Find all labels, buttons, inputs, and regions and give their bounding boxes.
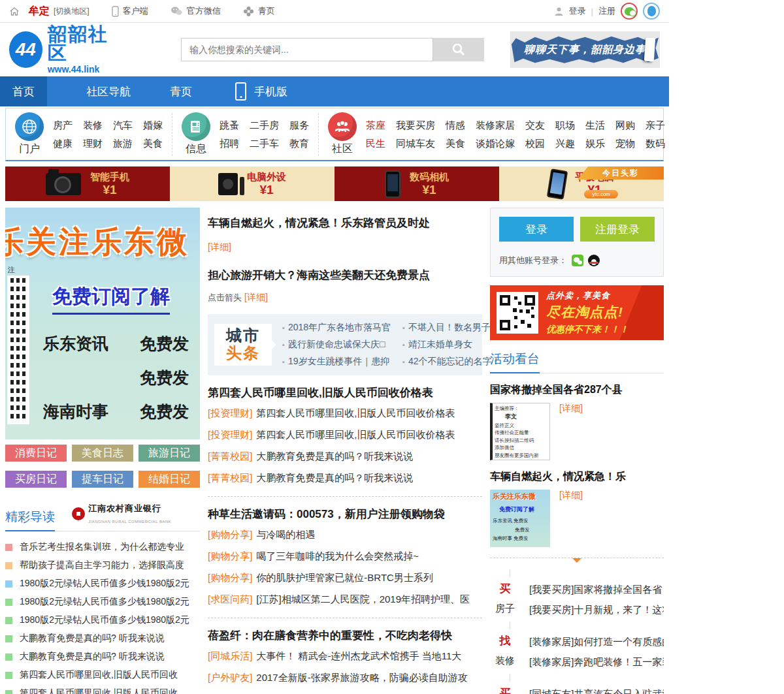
section-title-link[interactable]: 蓓盈纤：肉在膳食营养中的重要性，不吃肉老得快 <box>208 628 482 643</box>
diary-button[interactable]: 结婚日记 <box>139 471 200 488</box>
list-item[interactable]: 大鹏教育免费是真的吗? 听我来说说 <box>5 629 200 648</box>
post-link[interactable]: [装修家居]如何打造一个有质感的 <box>529 631 664 652</box>
cat-link[interactable]: 旅游 <box>113 135 133 152</box>
cat-link[interactable]: 健康 <box>53 135 73 152</box>
cat-link[interactable]: 房产 <box>53 117 73 134</box>
list-item[interactable]: 大鹏教育免费是真的吗? 听我来说说 <box>5 648 200 666</box>
cat-link[interactable]: 茶座 <box>366 117 385 134</box>
site-logo[interactable]: 44 韶韶社区 www.44.link <box>9 25 121 74</box>
ad-smartphone[interactable]: 智能手机¥1 <box>5 166 170 201</box>
nav-community[interactable]: 社区导航 <box>86 84 131 99</box>
post-link[interactable]: [菁菁校园]大鹏教育免费是真的吗？听我来说说 <box>208 445 482 467</box>
cat-link[interactable]: 生活 <box>585 117 605 134</box>
post-link[interactable]: [装修家居]奔跑吧装修！五一家装 <box>529 652 664 672</box>
post-link[interactable]: [购物分享]你的肌肤护理管家已就位-BRTC男士系列 <box>208 567 482 588</box>
cat-link[interactable]: 服务 <box>289 117 309 134</box>
register-login-button[interactable]: 注册登录 <box>580 217 655 242</box>
cat-link[interactable]: 兴趣 <box>555 135 575 152</box>
cat-link[interactable]: 教育 <box>289 135 309 152</box>
cat-link[interactable]: 我要买房 <box>396 117 435 134</box>
post-link[interactable]: [户外驴友]2017全新版-张家界旅游攻略，防骗必读自助游攻 <box>208 667 482 688</box>
list-item[interactable]: 第四套人民币哪里回收,旧版人民币回收 <box>5 666 200 684</box>
detail-link[interactable]: [详细] <box>244 292 268 302</box>
post-link[interactable]: [投资理财]第四套人民币哪里回收,旧版人民币回收价格表 <box>208 424 482 445</box>
cat-link[interactable]: 情感 <box>446 117 465 134</box>
login-link[interactable]: 登录 <box>569 5 586 17</box>
list-item[interactable]: 1980版2元绿钻人民币值多少钱1980版2元 <box>5 575 200 593</box>
headline-bullet-link[interactable]: 19岁女生跳楼事件｜患抑 <box>282 353 391 370</box>
cat-link[interactable]: 娱乐 <box>585 135 605 152</box>
wechat-login-icon[interactable] <box>572 255 583 266</box>
post-link[interactable]: [购物分享]与冷喝的相遇 <box>208 524 482 545</box>
search-input[interactable] <box>181 38 433 61</box>
nav-mobile-version[interactable]: 手机版 <box>235 82 287 101</box>
post-link[interactable]: [我要买房]国家将撤掉全国各省 <box>529 579 664 599</box>
ad-digital-camera[interactable]: 数码相机¥1 <box>335 166 499 201</box>
collapse-arrow-icon[interactable] <box>572 558 581 567</box>
activity-article-link[interactable]: 车辆自燃起火，情况紧急！乐 <box>490 470 664 484</box>
activity-article-link[interactable]: 国家将撤掉全国各省287个县 <box>490 383 664 397</box>
cat-link[interactable]: 二手车 <box>250 135 279 152</box>
diary-button[interactable]: 美食日志 <box>72 445 133 462</box>
category-community-label[interactable]: 社区 <box>332 142 353 156</box>
post-link[interactable]: [同城车友]共享汽车今日入驻武汉 <box>529 684 664 694</box>
news-icon[interactable] <box>182 112 210 141</box>
cat-link[interactable]: 装修 <box>83 117 103 134</box>
cat-link[interactable]: 职场 <box>555 117 575 134</box>
switch-region-link[interactable]: [切换地区] <box>54 6 90 17</box>
cat-link[interactable]: 数码 <box>645 135 665 152</box>
category-portal-label[interactable]: 门户 <box>19 142 40 156</box>
login-button[interactable]: 登录 <box>499 217 574 242</box>
post-link[interactable]: [同城乐活]大事件！ 精武会-连州杰龙武术馆携手 当地11大 <box>208 645 482 667</box>
cat-link[interactable]: 装修家居 <box>476 117 515 134</box>
post-link[interactable]: [求医问药][江苏]相城区第二人民医院，2019年招聘护理、医 <box>208 588 482 610</box>
qq-login-icon[interactable] <box>643 3 660 20</box>
category-info-label[interactable]: 信息 <box>186 142 206 156</box>
post-link[interactable]: [投资理财]第四套人民币哪里回收,旧版人民币回收价格表 <box>208 402 482 424</box>
nav-qingye[interactable]: 青页 <box>170 84 192 99</box>
list-item[interactable]: 帮助孩子提高自主学习能力，选择眼高度 <box>5 556 200 575</box>
globe-icon[interactable] <box>15 112 44 141</box>
post-link[interactable]: [菁菁校园]大鹏教育免费是真的吗？听我来说说 <box>208 467 482 488</box>
cat-link[interactable]: 二手房 <box>250 117 279 134</box>
cat-link[interactable]: 宠物 <box>615 135 635 152</box>
list-item[interactable]: 第四套人民币哪里回收,旧版人民币回收 <box>5 684 200 694</box>
register-link[interactable]: 注册 <box>598 5 615 17</box>
cat-link[interactable]: 理财 <box>83 135 103 152</box>
nav-home[interactable]: 首页 <box>0 76 47 106</box>
article-thumbnail[interactable]: 乐关注乐东微 免费订阅了解 乐东资讯 免费发 免费发 海南时事 免费发 <box>490 490 550 547</box>
cat-link[interactable]: 汽车 <box>113 117 133 134</box>
post-link[interactable]: [购物分享]喝了三年咖啡的我为什么会突然戒掉~ <box>208 545 482 567</box>
cat-link[interactable]: 民生 <box>366 135 385 152</box>
cat-link[interactable]: 谈婚论嫁 <box>476 135 515 152</box>
search-button[interactable] <box>433 38 484 61</box>
ledong-wechat-poster[interactable]: 乐关注乐东微 注 免费订阅了解 乐东资讯免费发 免费发 海南时事免费发 <box>5 208 200 439</box>
detail-link[interactable]: [详细] <box>559 403 583 460</box>
wechat-login-icon[interactable] <box>621 3 638 20</box>
list-item[interactable]: 音乐艺考生报名集训班，为什么都选专业 <box>5 538 200 556</box>
headline-link[interactable]: 担心旅游开销大？海南这些美翻天还免费景点 <box>208 268 482 283</box>
headline-link[interactable]: 车辆自燃起火，情况紧急！乐东路管员及时处 <box>208 215 482 230</box>
header-banner[interactable]: 聊聊天下事，韶韶身边事 <box>510 31 660 68</box>
ad-tablet[interactable]: 今日头彩 平板电脑¥1 ytc.com <box>499 166 664 201</box>
cat-link[interactable]: 美食 <box>446 135 465 152</box>
article-thumbnail[interactable]: 主编推荐： 李文 坚持正义 传播社会正能量 请长按扫描二维码 添加微信 朋友圈有… <box>490 403 550 460</box>
cat-link[interactable]: 同城车友 <box>396 135 435 152</box>
list-item[interactable]: 1980版2元绿钻人民币值多少钱1980版2元 <box>5 611 200 629</box>
post-link[interactable]: [体育健身]2017年全国女排冠军赛首日比赛结果综述 <box>208 688 482 694</box>
cat-link[interactable]: 跳蚤 <box>220 117 239 134</box>
home-icon[interactable] <box>9 7 20 16</box>
diary-button[interactable]: 买房日记 <box>5 471 67 488</box>
client-link[interactable]: 客户端 <box>112 5 148 17</box>
list-item[interactable]: 1980版2元绿钻人民币值多少钱1980版2元 <box>5 593 200 611</box>
diary-button[interactable]: 旅游日记 <box>139 445 200 462</box>
headline-bullet-link[interactable]: 践行新使命忠诚保大庆□ <box>282 336 391 353</box>
current-city[interactable]: 牟定 <box>29 5 50 18</box>
post-link[interactable]: [我要买房]十月新规，来了！这将 <box>529 599 664 620</box>
headline-bullet-link[interactable]: 2018年广东各地市落马官 <box>282 319 391 336</box>
cat-link[interactable]: 网购 <box>615 117 635 134</box>
section-title-link[interactable]: 第四套人民币哪里回收,旧版人民币回收价格表 <box>208 385 482 400</box>
people-icon[interactable] <box>328 112 357 141</box>
cat-link[interactable]: 交友 <box>525 117 545 134</box>
ad-computer-peripherals[interactable]: 电脑外设¥1 <box>170 166 335 201</box>
